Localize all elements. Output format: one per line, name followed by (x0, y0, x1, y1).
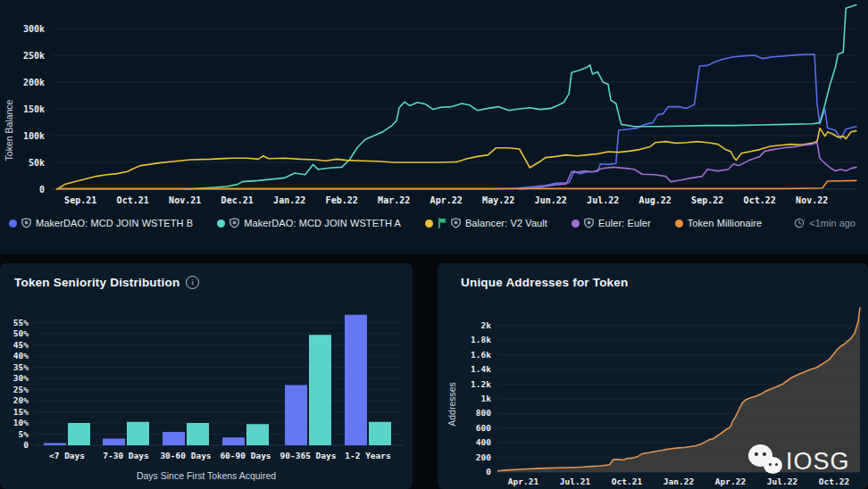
bar (345, 315, 367, 445)
legend-item-3[interactable]: Euler: Euler (572, 218, 651, 228)
legend-dot (217, 220, 225, 228)
svg-text:0: 0 (486, 467, 491, 477)
svg-text:Apr.22: Apr.22 (715, 477, 746, 486)
legend-row: MakerDAO: MCD JOIN WSTETH BMakerDAO: MCD… (0, 212, 868, 234)
svg-text:40%: 40% (13, 351, 29, 361)
bar (285, 385, 307, 446)
svg-text:Jan.22: Jan.22 (273, 195, 305, 205)
svg-text:60-90 Days: 60-90 Days (220, 451, 271, 460)
svg-text:20%: 20% (13, 395, 29, 405)
shield-icon (21, 218, 31, 228)
bar (187, 423, 209, 445)
svg-text:10%: 10% (13, 418, 29, 427)
info-icon[interactable]: i (186, 276, 199, 289)
legend-dot (425, 220, 433, 228)
svg-text:Jul.21: Jul.21 (560, 477, 591, 486)
seniority-title-row: Token Seniority Distribution i (0, 263, 413, 289)
flag-icon (438, 218, 447, 228)
bar (68, 423, 90, 445)
svg-text:800: 800 (476, 408, 491, 418)
token-balance-chart[interactable]: 050k100k150k200k250k300kToken BalanceSep… (0, 0, 868, 211)
legend-item-2[interactable]: Balancer: V2 Vault (425, 218, 547, 228)
bar-series-1 (68, 335, 391, 445)
legend-item-4[interactable]: Token Millionaire (675, 218, 763, 228)
svg-text:Apr.21: Apr.21 (508, 477, 539, 486)
legend-item-1[interactable]: MakerDAO: MCD JOIN WSTETH A (217, 218, 401, 228)
svg-text:Oct.21: Oct.21 (117, 195, 149, 205)
svg-text:30%: 30% (13, 373, 29, 383)
svg-text:1.4k: 1.4k (471, 364, 491, 374)
dashboard: 050k100k150k200k250k300kToken BalanceSep… (0, 0, 868, 489)
legend-items: MakerDAO: MCD JOIN WSTETH BMakerDAO: MCD… (9, 218, 786, 228)
series-line-1 (185, 5, 856, 189)
last-updated[interactable]: <1min ago (794, 218, 855, 228)
svg-text:Sep.21: Sep.21 (64, 195, 96, 205)
svg-text:35%: 35% (13, 362, 29, 372)
svg-text:50%: 50% (13, 328, 29, 338)
svg-text:Nov.22: Nov.22 (796, 195, 828, 205)
legend-item-0[interactable]: MakerDAO: MCD JOIN WSTETH B (9, 218, 193, 228)
bar (44, 443, 66, 446)
bar (103, 439, 125, 446)
svg-text:600: 600 (476, 423, 491, 433)
svg-text:30-60 Days: 30-60 Days (160, 451, 211, 460)
svg-text:150k: 150k (23, 104, 45, 114)
svg-text:400: 400 (476, 437, 491, 447)
svg-text:15%: 15% (13, 407, 29, 417)
shield-icon (230, 218, 239, 228)
svg-text:200k: 200k (23, 78, 45, 87)
last-updated-label: <1min ago (809, 218, 855, 228)
y-grid: 050k100k150k200k250k300k (23, 24, 856, 195)
svg-text:Jun.22: Jun.22 (535, 195, 567, 205)
svg-text:300k: 300k (23, 24, 45, 34)
svg-text:1.2k: 1.2k (471, 379, 491, 389)
svg-text:50k: 50k (29, 158, 45, 168)
svg-text:250k: 250k (23, 51, 45, 61)
addresses-title: Unique Addresses for Token (461, 276, 628, 289)
svg-text:90-365 Days: 90-365 Days (280, 451, 337, 460)
svg-text:Jan.22: Jan.22 (664, 477, 694, 486)
svg-text:1-2 Years: 1-2 Years (345, 451, 390, 460)
svg-text:Mar.22: Mar.22 (378, 195, 410, 205)
svg-text:May.22: May.22 (482, 195, 514, 205)
series-line-2 (57, 128, 856, 189)
legend-label: Token Millionaire (688, 218, 763, 228)
svg-text:100k: 100k (23, 131, 45, 141)
token-balance-panel: 050k100k150k200k250k300kToken BalanceSep… (0, 0, 868, 254)
series-line-4 (57, 180, 856, 188)
token-seniority-chart[interactable]: 05%10%15%20%25%30%35%40%45%50%55%<7 Days… (0, 303, 413, 470)
legend-dot (675, 220, 683, 228)
svg-text:200: 200 (476, 452, 491, 462)
svg-text:25%: 25% (13, 385, 29, 394)
svg-text:1k: 1k (481, 394, 492, 403)
shield-icon (451, 218, 461, 228)
svg-text:1.6k: 1.6k (471, 350, 491, 360)
legend-dot (572, 220, 580, 228)
shield-icon (584, 218, 594, 228)
refresh-clock-icon (794, 218, 805, 228)
bar (222, 437, 245, 445)
seniority-title: Token Seniority Distribution (14, 276, 179, 289)
svg-text:Dec.21: Dec.21 (221, 195, 254, 205)
addresses-title-row: Unique Addresses for Token (438, 263, 868, 289)
x-ticks: <7 Days7-30 Days30-60 Days60-90 Days90-3… (49, 451, 391, 460)
svg-text:Oct.22: Oct.22 (744, 195, 776, 205)
svg-text:Apr.22: Apr.22 (430, 195, 463, 205)
svg-text:2k: 2k (481, 320, 492, 330)
svg-text:55%: 55% (13, 318, 29, 327)
svg-text:Feb.22: Feb.22 (326, 195, 358, 205)
bar (246, 424, 269, 445)
legend-label: Balancer: V2 Vault (465, 218, 547, 228)
svg-text:Jul.22: Jul.22 (587, 195, 619, 205)
seniority-xaxis-title: Days Since First Tokens Acquired (0, 470, 413, 481)
wechat-icon (747, 442, 786, 481)
legend-label: Euler: Euler (598, 218, 651, 228)
svg-text:0: 0 (39, 185, 45, 195)
svg-text:<7 Days: <7 Days (49, 451, 85, 460)
svg-text:Addresses: Addresses (447, 382, 457, 427)
svg-text:Oct.21: Oct.21 (612, 477, 643, 486)
series-line-0 (57, 54, 856, 189)
svg-text:0: 0 (23, 440, 29, 450)
legend-label: MakerDAO: MCD JOIN WSTETH A (244, 218, 401, 228)
unique-addresses-card: Unique Addresses for Token 0200400600800… (438, 263, 868, 489)
